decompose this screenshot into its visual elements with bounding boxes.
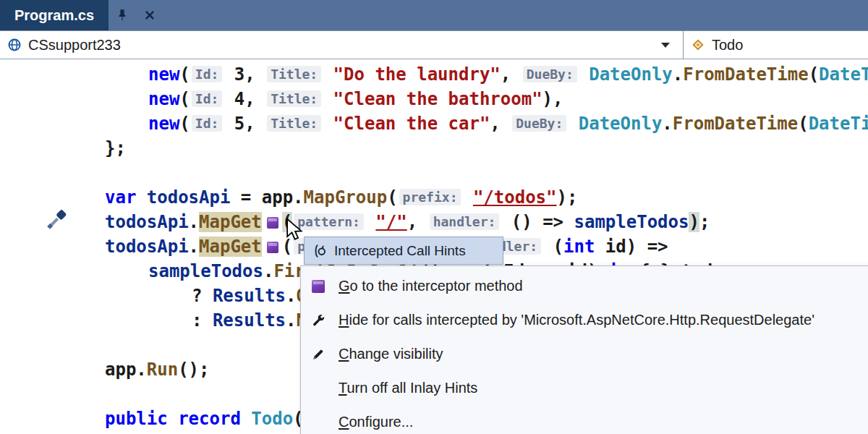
change-visibility-icon [308,347,328,362]
code-token: Title: [267,66,321,82]
menu-item-label: Turn off all Inlay Hints [339,380,477,396]
code-token: }; [105,138,126,158]
interceptor-cube-icon[interactable] [267,242,278,253]
code-token [241,409,251,429]
project-globe-icon [7,38,22,52]
wrench-icon [308,313,328,328]
code-token: ), [542,89,563,109]
code-token: todosApi [105,212,189,232]
menu-item-turn-off-inlay-hints[interactable]: Turn off all Inlay Hints [301,371,868,405]
code-token: , [501,64,522,85]
code-token: "Do the laundry" [333,64,501,85]
code-token: new [148,114,179,134]
code-token: ); [557,187,578,208]
interceptor-cube-icon [308,280,328,293]
code-token: . [286,310,296,331]
code-token: new [148,64,179,85]
menu-item-label: Configure... [339,414,413,430]
code-token: pattern: [294,213,364,230]
code-token: new [148,89,179,109]
code-token: () => [501,212,574,232]
code-token: 4, [224,89,265,109]
code-token: . [662,114,672,134]
code-token: Title: [267,90,321,107]
code-token: DateOnly [579,114,663,134]
code-token [462,187,472,208]
code-token: Title: [267,115,321,132]
code-token: todosApi [105,237,189,257]
code-token: Run [147,359,178,380]
code-token: ( [542,237,563,257]
code-token [365,212,375,232]
navigation-bar: CSsupport233 Todo [0,30,868,59]
code-token [323,114,333,134]
interceptor-cube-icon[interactable] [267,217,278,229]
code-line: todosApi.MapGet(pattern: "/", handler: (… [0,210,868,234]
code-token: MapGet [199,212,262,232]
code-token [323,64,333,85]
type-dropdown[interactable]: Todo [684,31,750,59]
close-icon-glyph [143,9,156,22]
menu-item-change-visibility[interactable]: Change visibility [301,337,868,371]
quick-actions-screwdriver-icon[interactable] [45,208,68,234]
pin-icon[interactable] [109,0,136,30]
code-token: . [673,64,683,85]
code-token: DueBy: [512,115,566,132]
menu-item-configure[interactable]: Configure... [301,405,868,434]
code-token: ( [798,114,808,134]
code-token: ( [179,64,190,85]
type-name: Todo [712,37,743,54]
code-line [0,161,868,185]
code-token: "Clean the bathroom" [333,89,542,109]
code-token [136,187,146,208]
code-token: = app. [230,187,303,208]
tab-label: Program.cs [14,7,94,24]
code-line: new(Id: 4, Title: "Clean the bathroom"), [0,87,868,111]
code-token: var [105,187,136,208]
code-line: var todosApi = app.MapGroup(prefix: "/to… [0,185,868,210]
menu-item-go-to-interceptor[interactable]: Go to the interceptor method [301,269,868,303]
code-token: FromDateTime [683,64,808,85]
close-icon[interactable] [136,0,163,30]
code-token: Id: [192,90,223,107]
menu-item-hide-for-calls[interactable]: Hide for calls intercepted by 'Microsoft… [301,303,868,337]
code-token: FromDateTime [673,114,798,134]
code-token: "/" [375,212,407,232]
pin-icon-glyph [116,9,129,22]
project-dropdown[interactable]: CSsupport233 [0,31,684,59]
code-token: MapGroup [304,187,388,208]
code-token: todosApi [147,187,231,208]
code-token: ) [689,212,699,232]
code-token: Id: [192,115,223,132]
tab-bar: Program.cs [0,0,868,30]
code-line: }; [0,136,868,161]
code-token: Results [213,310,286,331]
code-token: . [189,237,199,257]
code-token: app. [105,359,147,380]
code-line: new(Id: 5, Title: "Clean the car", DueBy… [0,111,868,136]
code-token: DateTime [809,114,868,134]
intercepted-call-hints-tooltip: Intercepted Call Hints [304,237,503,265]
code-token: ; [699,212,710,232]
tab-program-cs[interactable]: Program.cs [0,0,109,30]
code-token: "Clean the car" [333,114,490,134]
code-token: , [407,212,428,232]
code-token: sampleTodos [148,261,263,281]
code-token: : [192,310,213,331]
code-token: ( [179,89,190,109]
code-token: . [189,212,199,232]
code-token: handler: [430,213,500,230]
code-token [568,114,578,134]
code-token: . [286,286,296,306]
code-token: ( [387,187,397,208]
screwdriver-icon-glyph [45,208,68,231]
todo-type-icon [691,38,705,52]
code-token: ( [809,64,819,85]
vs-editor-window: Program.cs CSsupport233 [0,0,868,434]
menu-item-label: Hide for calls intercepted by 'Microsoft… [339,312,814,328]
menu-item-label: Go to the interceptor method [339,278,523,294]
code-token: . [263,261,273,281]
code-token: id) => [595,237,668,257]
code-token [323,89,333,109]
code-token: Results [213,286,286,306]
